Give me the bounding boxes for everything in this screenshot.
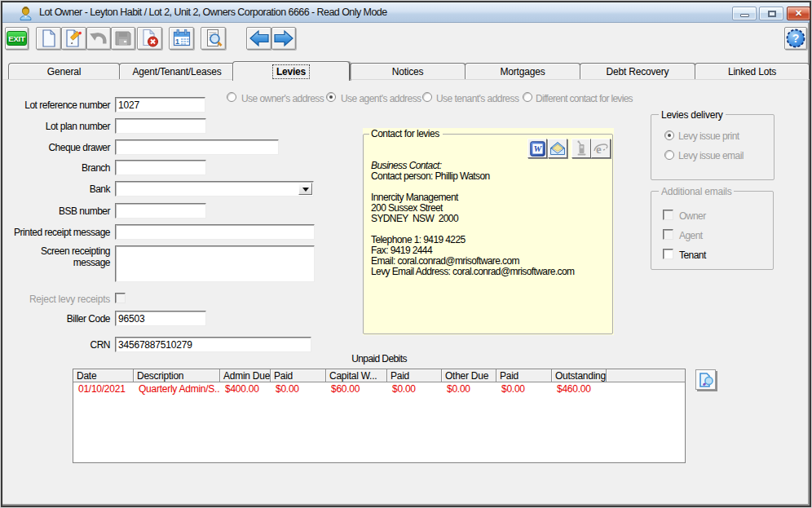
internet-button[interactable]: e [591,139,611,158]
cell-other-due: $0.00 [442,382,496,395]
column-header[interactable]: Date [73,369,134,382]
maximize-button[interactable] [759,7,783,20]
lot-plan-label: Lot plan number [7,121,110,132]
help-button[interactable]: ? [784,27,807,50]
lot-reference-input[interactable] [115,97,205,113]
tab-general[interactable]: General [8,63,120,79]
tab-notices[interactable]: Notices [350,63,466,79]
tab-agent-tenant-leases[interactable]: Agent/Tenant/Leases [119,63,235,79]
forward-arrow-icon [273,29,294,48]
lot-plan-input[interactable] [115,118,206,134]
phone-icon [574,140,589,157]
column-header[interactable]: Capital W... [326,369,387,382]
cell-description: Quarterly Admin/S... [134,382,220,395]
cancel-record-button[interactable] [137,27,162,50]
agent-checkbox[interactable] [663,229,673,240]
cheque-drawer-input[interactable] [115,139,279,155]
email-button[interactable] [548,139,567,158]
cell-paid-3: $0.00 [496,382,552,395]
print-preview-icon [204,29,223,48]
tenant-label: Tenant [679,250,706,261]
levy-issue-print-radio[interactable] [664,130,674,140]
column-header[interactable]: Paid [271,369,326,382]
new-document-icon [40,29,58,48]
tab-linked-lots[interactable]: Linked Lots [695,63,810,79]
screen-receipting-textarea[interactable] [115,245,315,282]
use-agents-address-label: Use agent's address [341,93,421,104]
column-header[interactable]: Other Due [442,369,496,382]
contact-line: SYDNEY NSW 2000 [371,214,574,224]
new-record-button[interactable] [36,27,61,50]
maximize-icon [768,11,776,17]
different-contact-radio[interactable] [523,92,532,102]
svg-text:W: W [533,144,542,153]
use-agents-address-radio[interactable] [326,92,336,102]
column-header[interactable]: Outstanding [552,369,607,382]
calendar-icon: 1 [172,29,192,48]
printed-receipt-label: Printed receipt message [7,227,110,238]
bsb-label: BSB number [7,205,110,217]
printed-receipt-input[interactable] [115,224,315,240]
save-button[interactable] [111,27,135,50]
branch-label: Branch [7,162,110,174]
contact-details: Business Contact: Contact person: Philli… [371,161,574,277]
crn-input[interactable] [115,337,311,352]
exit-icon: EXIT [7,31,27,46]
close-button[interactable]: ✕ [787,7,810,20]
unpaid-debits-table: Date Description Admin Due Paid Capital … [73,369,686,463]
column-header[interactable]: Admin Due [220,369,271,382]
debits-report-button[interactable] [695,369,716,390]
bank-select[interactable] [115,181,314,197]
tenant-checkbox[interactable] [663,249,673,259]
tab-mortgages[interactable]: Mortgages [465,63,580,79]
levies-delivery-legend: Levies delivery [659,109,726,121]
calendar-button[interactable]: 1 [169,27,194,50]
minimize-button[interactable] [732,7,757,20]
column-header[interactable]: Paid [387,369,442,382]
mail-icon [549,141,566,156]
contact-line: Levy Email Address: coral.conrad@mrisoft… [371,267,574,277]
column-header [607,369,685,382]
person-icon [18,6,33,21]
use-owners-address-label: Use owner's address [241,93,324,104]
cell-paid-1: $0.00 [271,382,326,395]
reject-levy-label: Reject levy receipts [7,294,110,305]
edit-record-button[interactable] [61,27,86,50]
tabstrip: General Agent/Tenant/Leases Levies Notic… [0,61,812,81]
edit-icon [64,29,84,48]
forward-button[interactable] [271,27,296,50]
unpaid-debits-title: Unpaid Debits [73,353,686,364]
branch-input[interactable] [115,160,206,175]
use-owners-address-radio[interactable] [227,92,236,102]
unpaid-debits-header: Date Description Admin Due Paid Capital … [73,369,685,382]
column-header[interactable]: Paid [496,369,552,382]
svg-text:1: 1 [175,38,179,46]
cell-capital-works: $60.00 [326,382,387,395]
biller-code-label: Biller Code [7,313,110,325]
table-row[interactable]: 01/10/2021 Quarterly Admin/S... $400.00 … [73,382,685,395]
use-tenants-address-radio[interactable] [422,92,432,102]
tab-levies[interactable]: Levies [232,61,350,81]
print-preview-button[interactable] [201,27,226,50]
cheque-drawer-label: Cheque drawer [7,142,110,153]
levy-issue-email-radio[interactable] [664,150,674,160]
owner-checkbox[interactable] [663,210,673,220]
undo-button[interactable] [86,27,111,50]
use-tenants-address-label: Use tenant's address [436,93,519,104]
reject-levy-checkbox[interactable] [115,293,126,303]
phone-button[interactable] [571,139,591,158]
back-button[interactable] [246,27,271,50]
column-header[interactable]: Description [134,369,220,382]
bsb-input[interactable] [115,203,206,219]
bank-label: Bank [7,183,110,195]
additional-emails-legend: Additional emails [659,186,734,197]
word-button[interactable]: W [527,139,547,158]
contact-for-levies-group: Contact for levies W [363,128,614,335]
exit-button[interactable]: EXIT [5,27,29,50]
cell-date: 01/10/2021 [73,382,134,395]
window-title: Lot Owner - Leyton Habit / Lot 2, Unit 2… [39,7,387,18]
lot-reference-label: Lot reference number [7,99,110,111]
tab-debt-recovery[interactable]: Debt Recovery [580,63,695,79]
combo-arrow-icon[interactable] [298,183,312,195]
biller-code-input[interactable] [115,311,206,326]
